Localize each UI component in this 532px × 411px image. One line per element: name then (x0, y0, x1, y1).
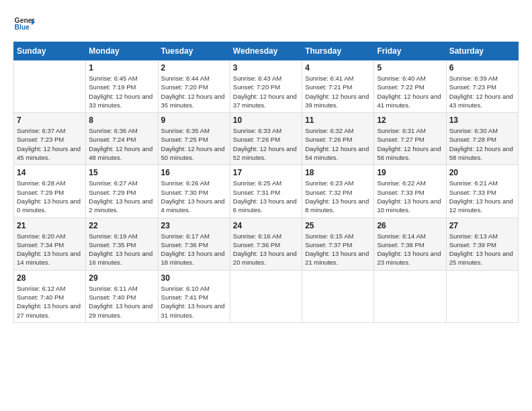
calendar-cell: 3Sunrise: 6:43 AMSunset: 7:20 PMDaylight… (230, 60, 302, 113)
day-info: Sunrise: 6:44 AMSunset: 7:20 PMDaylight:… (161, 74, 227, 109)
calendar-cell: 23Sunrise: 6:17 AMSunset: 7:36 PMDayligh… (158, 218, 230, 270)
day-info: Sunrise: 6:28 AMSunset: 7:29 PMDaylight:… (17, 179, 83, 214)
week-row-5: 28Sunrise: 6:12 AMSunset: 7:40 PMDayligh… (14, 270, 519, 322)
column-header-friday: Friday (374, 42, 446, 60)
calendar-table: SundayMondayTuesdayWednesdayThursdayFrid… (13, 42, 519, 323)
day-number: 9 (161, 116, 227, 125)
day-number: 8 (89, 116, 154, 125)
calendar-cell: 10Sunrise: 6:33 AMSunset: 7:26 PMDayligh… (230, 113, 302, 165)
calendar-cell (14, 60, 86, 113)
day-number: 13 (449, 116, 515, 125)
day-info: Sunrise: 6:39 AMSunset: 7:23 PMDaylight:… (449, 74, 515, 109)
day-info: Sunrise: 6:40 AMSunset: 7:22 PMDaylight:… (377, 74, 443, 109)
day-info: Sunrise: 6:10 AMSunset: 7:41 PMDaylight:… (161, 284, 227, 320)
day-info: Sunrise: 6:22 AMSunset: 7:33 PMDaylight:… (377, 179, 443, 214)
day-number: 17 (233, 168, 299, 177)
day-info: Sunrise: 6:33 AMSunset: 7:26 PMDaylight:… (233, 126, 299, 162)
day-number: 27 (449, 221, 515, 230)
day-info: Sunrise: 6:41 AMSunset: 7:21 PMDaylight:… (305, 74, 371, 109)
calendar-cell: 15Sunrise: 6:27 AMSunset: 7:29 PMDayligh… (86, 165, 158, 218)
week-row-4: 21Sunrise: 6:20 AMSunset: 7:34 PMDayligh… (14, 218, 519, 270)
day-number: 7 (17, 116, 83, 125)
day-number: 22 (89, 221, 154, 230)
calendar-cell: 9Sunrise: 6:35 AMSunset: 7:25 PMDaylight… (158, 113, 230, 165)
column-header-thursday: Thursday (302, 42, 374, 60)
calendar-cell: 4Sunrise: 6:41 AMSunset: 7:21 PMDaylight… (302, 60, 374, 113)
day-number: 4 (305, 63, 371, 73)
day-info: Sunrise: 6:30 AMSunset: 7:28 PMDaylight:… (449, 126, 515, 162)
column-header-tuesday: Tuesday (158, 42, 230, 60)
day-info: Sunrise: 6:21 AMSunset: 7:33 PMDaylight:… (449, 179, 515, 214)
day-info: Sunrise: 6:25 AMSunset: 7:31 PMDaylight:… (233, 179, 299, 214)
calendar-cell (302, 270, 374, 322)
calendar-cell: 8Sunrise: 6:36 AMSunset: 7:24 PMDaylight… (86, 113, 158, 165)
day-info: Sunrise: 6:11 AMSunset: 7:40 PMDaylight:… (89, 284, 154, 320)
week-row-1: 1Sunrise: 6:45 AMSunset: 7:19 PMDaylight… (14, 60, 519, 113)
day-number: 6 (449, 63, 515, 73)
day-number: 1 (89, 63, 154, 73)
calendar-cell: 19Sunrise: 6:22 AMSunset: 7:33 PMDayligh… (374, 165, 446, 218)
calendar-cell: 26Sunrise: 6:14 AMSunset: 7:38 PMDayligh… (374, 218, 446, 270)
day-number: 28 (17, 273, 83, 283)
day-number: 23 (161, 221, 227, 230)
calendar-cell: 5Sunrise: 6:40 AMSunset: 7:22 PMDaylight… (374, 60, 446, 113)
page-header: General Blue (13, 13, 519, 35)
day-number: 10 (233, 116, 299, 125)
day-info: Sunrise: 6:17 AMSunset: 7:36 PMDaylight:… (161, 232, 227, 267)
column-header-wednesday: Wednesday (230, 42, 302, 60)
day-number: 19 (377, 168, 443, 177)
day-info: Sunrise: 6:14 AMSunset: 7:38 PMDaylight:… (377, 232, 443, 267)
day-info: Sunrise: 6:37 AMSunset: 7:23 PMDaylight:… (17, 126, 83, 162)
logo: General Blue (13, 13, 35, 35)
svg-text:Blue: Blue (15, 24, 30, 31)
column-headers: SundayMondayTuesdayWednesdayThursdayFrid… (14, 42, 519, 60)
day-number: 12 (377, 116, 443, 125)
day-info: Sunrise: 6:26 AMSunset: 7:30 PMDaylight:… (161, 179, 227, 214)
calendar-cell: 17Sunrise: 6:25 AMSunset: 7:31 PMDayligh… (230, 165, 302, 218)
day-info: Sunrise: 6:12 AMSunset: 7:40 PMDaylight:… (17, 284, 83, 320)
column-header-sunday: Sunday (14, 42, 86, 60)
week-row-2: 7Sunrise: 6:37 AMSunset: 7:23 PMDaylight… (14, 113, 519, 165)
calendar-cell (446, 270, 518, 322)
calendar-cell: 14Sunrise: 6:28 AMSunset: 7:29 PMDayligh… (14, 165, 86, 218)
calendar-cell: 2Sunrise: 6:44 AMSunset: 7:20 PMDaylight… (158, 60, 230, 113)
day-info: Sunrise: 6:13 AMSunset: 7:39 PMDaylight:… (449, 232, 515, 267)
day-info: Sunrise: 6:16 AMSunset: 7:36 PMDaylight:… (233, 232, 299, 267)
calendar-cell: 24Sunrise: 6:16 AMSunset: 7:36 PMDayligh… (230, 218, 302, 270)
calendar-cell: 6Sunrise: 6:39 AMSunset: 7:23 PMDaylight… (446, 60, 518, 113)
day-number: 2 (161, 63, 227, 73)
day-number: 26 (377, 221, 443, 230)
calendar-cell: 25Sunrise: 6:15 AMSunset: 7:37 PMDayligh… (302, 218, 374, 270)
day-number: 29 (89, 273, 154, 283)
calendar-cell: 27Sunrise: 6:13 AMSunset: 7:39 PMDayligh… (446, 218, 518, 270)
week-row-3: 14Sunrise: 6:28 AMSunset: 7:29 PMDayligh… (14, 165, 519, 218)
day-info: Sunrise: 6:45 AMSunset: 7:19 PMDaylight:… (89, 74, 154, 109)
calendar-cell: 18Sunrise: 6:23 AMSunset: 7:32 PMDayligh… (302, 165, 374, 218)
day-number: 25 (305, 221, 371, 230)
day-info: Sunrise: 6:43 AMSunset: 7:20 PMDaylight:… (233, 74, 299, 109)
calendar-cell: 29Sunrise: 6:11 AMSunset: 7:40 PMDayligh… (86, 270, 158, 322)
day-number: 30 (161, 273, 227, 283)
day-info: Sunrise: 6:36 AMSunset: 7:24 PMDaylight:… (89, 126, 154, 162)
calendar-cell: 12Sunrise: 6:31 AMSunset: 7:27 PMDayligh… (374, 113, 446, 165)
day-number: 20 (449, 168, 515, 177)
calendar-cell (230, 270, 302, 322)
day-number: 21 (17, 221, 83, 230)
calendar-cell: 11Sunrise: 6:32 AMSunset: 7:26 PMDayligh… (302, 113, 374, 165)
calendar-cell: 21Sunrise: 6:20 AMSunset: 7:34 PMDayligh… (14, 218, 86, 270)
day-info: Sunrise: 6:27 AMSunset: 7:29 PMDaylight:… (89, 179, 154, 214)
calendar-cell: 28Sunrise: 6:12 AMSunset: 7:40 PMDayligh… (14, 270, 86, 322)
day-number: 24 (233, 221, 299, 230)
day-info: Sunrise: 6:35 AMSunset: 7:25 PMDaylight:… (161, 126, 227, 162)
calendar-cell: 1Sunrise: 6:45 AMSunset: 7:19 PMDaylight… (86, 60, 158, 113)
day-number: 5 (377, 63, 443, 73)
day-info: Sunrise: 6:20 AMSunset: 7:34 PMDaylight:… (17, 232, 83, 267)
day-info: Sunrise: 6:15 AMSunset: 7:37 PMDaylight:… (305, 232, 371, 267)
day-number: 16 (161, 168, 227, 177)
day-info: Sunrise: 6:31 AMSunset: 7:27 PMDaylight:… (377, 126, 443, 162)
calendar-cell: 20Sunrise: 6:21 AMSunset: 7:33 PMDayligh… (446, 165, 518, 218)
calendar-cell: 16Sunrise: 6:26 AMSunset: 7:30 PMDayligh… (158, 165, 230, 218)
day-info: Sunrise: 6:32 AMSunset: 7:26 PMDaylight:… (305, 126, 371, 162)
day-info: Sunrise: 6:19 AMSunset: 7:35 PMDaylight:… (89, 232, 154, 267)
day-number: 14 (17, 168, 83, 177)
